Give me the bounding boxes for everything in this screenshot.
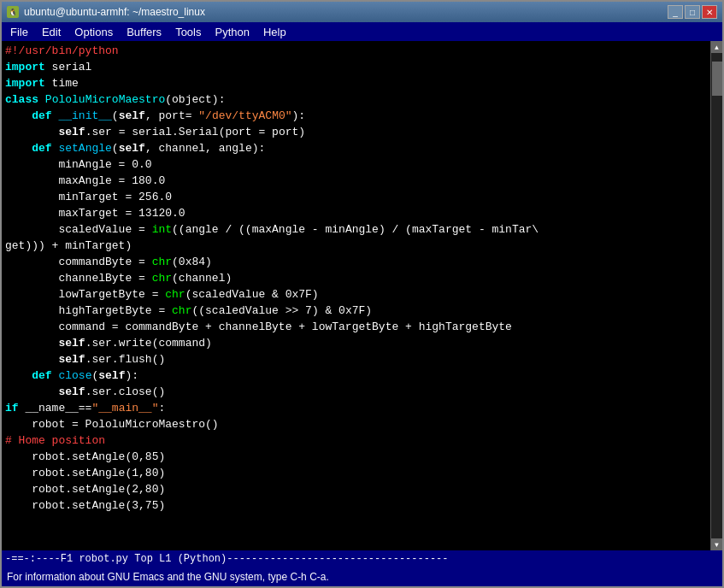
- title-controls: _ □ ✕: [668, 5, 717, 19]
- editor-area: #!/usr/bin/python import serial import t…: [2, 41, 722, 550]
- menu-file[interactable]: File: [5, 25, 33, 39]
- menu-buffers[interactable]: Buffers: [121, 25, 167, 39]
- code-editor[interactable]: #!/usr/bin/python import serial import t…: [2, 41, 710, 550]
- close-button[interactable]: ✕: [702, 5, 717, 19]
- menu-tools[interactable]: Tools: [170, 25, 206, 39]
- main-window: 🐧 ubuntu@ubuntu-armhf: ~/maestro_linux _…: [0, 0, 724, 588]
- scrollbar[interactable]: ▲ ▼: [710, 41, 722, 550]
- scroll-down-arrow[interactable]: ▼: [711, 538, 723, 550]
- menu-python[interactable]: Python: [209, 25, 254, 39]
- scroll-thumb[interactable]: [712, 62, 722, 96]
- menu-bar: File Edit Options Buffers Tools Python H…: [2, 22, 722, 41]
- status-bar: -==-:----F1 robot.py Top L1 (Python)----…: [2, 550, 722, 567]
- bottom-info-text: For information about GNU Emacs and the …: [7, 571, 329, 583]
- status-text: -==-:----F1 robot.py Top L1 (Python)----…: [5, 553, 448, 565]
- menu-help[interactable]: Help: [258, 25, 291, 39]
- app-icon: 🐧: [7, 6, 19, 18]
- title-bar-left: 🐧 ubuntu@ubuntu-armhf: ~/maestro_linux: [7, 6, 205, 18]
- scroll-track[interactable]: [711, 53, 722, 538]
- minimize-button[interactable]: _: [668, 5, 683, 19]
- window-title: ubuntu@ubuntu-armhf: ~/maestro_linux: [24, 6, 205, 18]
- menu-options[interactable]: Options: [69, 25, 118, 39]
- scroll-up-arrow[interactable]: ▲: [711, 41, 723, 53]
- bottom-bar: For information about GNU Emacs and the …: [2, 567, 722, 586]
- maximize-button[interactable]: □: [685, 5, 700, 19]
- menu-edit[interactable]: Edit: [37, 25, 66, 39]
- title-bar: 🐧 ubuntu@ubuntu-armhf: ~/maestro_linux _…: [2, 2, 722, 22]
